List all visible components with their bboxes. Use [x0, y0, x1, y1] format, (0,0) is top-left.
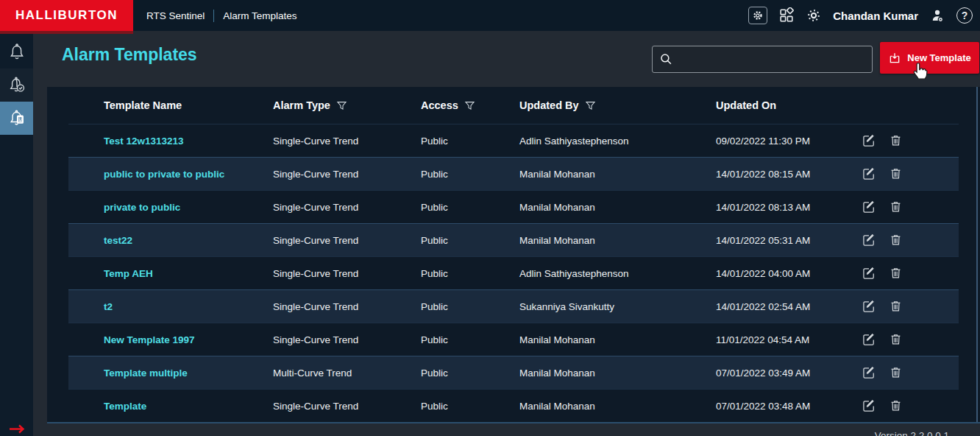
alarm-type-cell: Single-Curve Trend: [273, 334, 421, 345]
edit-template-button[interactable]: [862, 266, 876, 281]
sidebar-item-alarms[interactable]: [0, 35, 33, 68]
updated-on-cell: 14/01/2022 05:31 AM: [716, 235, 857, 246]
trash-icon: [889, 365, 903, 380]
table-row: New Template 1997 Single-Curve Trend Pub…: [68, 323, 959, 356]
delete-template-button[interactable]: [889, 200, 903, 214]
edit-icon: [862, 133, 876, 148]
updated-on-cell: 14/01/2022 04:00 AM: [716, 268, 857, 279]
sidebar-item-alarm-templates[interactable]: [0, 102, 33, 135]
updated-on-cell: 07/01/2022 03:48 AM: [716, 401, 857, 412]
main-content: Alarm Templates New Template Template Na…: [33, 31, 980, 436]
access-filter-icon[interactable]: [464, 100, 475, 111]
breadcrumb-page-name: Alarm Templates: [223, 10, 297, 21]
trash-icon: [889, 332, 903, 347]
alarm-type-cell: Single-Curve Trend: [273, 202, 421, 213]
table-row: test22 Single-Curve Trend Public Manilal…: [68, 223, 959, 256]
template-name-link[interactable]: private to public: [68, 202, 273, 213]
delete-template-button[interactable]: [889, 299, 903, 314]
breadcrumb-app-name[interactable]: RTS Sentinel: [146, 10, 205, 21]
table-row: Temp AEH Single-Curve Trend Public Adlin…: [68, 256, 959, 289]
edit-template-button[interactable]: [862, 332, 876, 347]
updated-on-cell: 09/02/2022 11:30 PM: [716, 136, 857, 147]
sidebar-item-acknowledged-alarms[interactable]: [0, 68, 33, 102]
search-box[interactable]: [652, 46, 873, 73]
delete-template-button[interactable]: [889, 166, 903, 181]
delete-template-button[interactable]: [889, 233, 903, 247]
table-row: private to public Single-Curve Trend Pub…: [68, 190, 959, 223]
template-name-link[interactable]: Template: [68, 401, 273, 412]
row-actions: [857, 332, 959, 347]
delete-template-button[interactable]: [889, 398, 903, 413]
new-template-button[interactable]: New Template: [880, 42, 979, 74]
edit-template-button[interactable]: [862, 133, 876, 148]
updated-by-cell: Manilal Mohanan: [519, 368, 716, 379]
row-actions: [857, 233, 959, 247]
updated-by-filter-icon[interactable]: [585, 100, 596, 111]
edit-icon: [862, 233, 876, 247]
edit-template-button[interactable]: [862, 299, 876, 314]
table-row: Template Single-Curve Trend Public Manil…: [68, 389, 959, 422]
updated-on-cell: 14/01/2022 02:54 AM: [716, 301, 857, 312]
template-name-link[interactable]: Template multiple: [68, 368, 273, 379]
access-cell: Public: [421, 334, 519, 345]
delete-template-button[interactable]: [889, 266, 903, 281]
delete-template-button[interactable]: [889, 365, 903, 380]
template-name-link[interactable]: test22: [68, 235, 273, 246]
search-input[interactable]: [679, 54, 865, 66]
template-name-link[interactable]: Temp AEH: [68, 268, 273, 279]
brightness-sun-icon[interactable]: [806, 7, 822, 24]
alarm-bell-icon: [7, 43, 26, 62]
table-row: Test 12w1313213 Single-Curve Trend Publi…: [68, 124, 959, 157]
page-title: Alarm Templates: [62, 45, 197, 65]
edit-template-button[interactable]: [862, 166, 876, 181]
template-name-link[interactable]: public to private to public: [68, 169, 273, 180]
row-actions: [857, 299, 959, 314]
alarm-bell-template-icon: [7, 109, 26, 128]
alarm-type-cell: Single-Curve Trend: [273, 136, 421, 147]
settings-gear-icon[interactable]: [748, 7, 767, 24]
updated-on-cell: 11/01/2022 04:54 AM: [716, 334, 857, 345]
edit-icon: [862, 332, 876, 347]
template-name-link[interactable]: New Template 1997: [68, 334, 273, 345]
delete-template-button[interactable]: [889, 332, 903, 347]
table-header-row: Template Name Alarm Type Access: [68, 87, 959, 124]
row-actions: [857, 166, 959, 181]
edit-template-button[interactable]: [862, 233, 876, 247]
edit-template-button[interactable]: [862, 200, 876, 214]
help-icon[interactable]: ?: [956, 7, 973, 24]
alarm-bell-check-icon: [7, 76, 26, 95]
trash-icon: [889, 200, 903, 214]
delete-template-button[interactable]: [889, 133, 903, 148]
updated-by-cell: Manilal Mohanan: [519, 202, 716, 213]
column-header-template-name: Template Name: [68, 99, 273, 111]
template-name-link[interactable]: Test 12w1313213: [68, 136, 273, 147]
table-scrollbar[interactable]: [976, 87, 978, 422]
column-header-updated-by: Updated By: [519, 99, 716, 111]
access-cell: Public: [421, 235, 519, 246]
breadcrumb: RTS Sentinel Alarm Templates: [146, 10, 297, 22]
table-body: Test 12w1313213 Single-Curve Trend Publi…: [68, 124, 959, 422]
edit-icon: [862, 365, 876, 380]
edit-template-button[interactable]: [862, 398, 876, 413]
access-cell: Public: [421, 401, 519, 412]
alarm-templates-table: Template Name Alarm Type Access: [47, 87, 980, 423]
alarm-type-filter-icon[interactable]: [336, 100, 347, 111]
user-profile-icon[interactable]: [929, 7, 945, 24]
new-template-icon: [888, 52, 901, 65]
template-name-link[interactable]: t2: [68, 301, 273, 312]
sidebar: [0, 31, 33, 436]
trash-icon: [889, 133, 903, 148]
apps-grid-icon[interactable]: [778, 7, 795, 24]
updated-by-cell: Manilal Mohanan: [519, 235, 716, 246]
edit-template-button[interactable]: [862, 365, 876, 380]
top-bar: HALLIBURTON RTS Sentinel Alarm Templates: [0, 0, 980, 31]
user-name[interactable]: Chandan Kumar: [833, 10, 918, 22]
column-header-alarm-type: Alarm Type: [273, 99, 421, 111]
column-header-access: Access: [421, 99, 519, 111]
row-actions: [857, 266, 959, 281]
topbar-actions: Chandan Kumar ?: [748, 7, 980, 24]
new-template-label: New Template: [907, 52, 970, 63]
sidebar-expand-arrow-icon[interactable]: [8, 424, 26, 434]
access-cell: Public: [421, 202, 519, 213]
search-icon: [659, 52, 673, 66]
